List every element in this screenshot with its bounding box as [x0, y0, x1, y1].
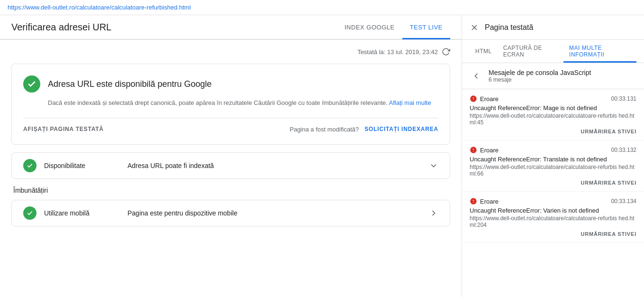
availability-row[interactable]: Disponibilitate Adresa URL poate fi inde…	[11, 152, 450, 179]
success-description: Dacă este indexată și selectată drept ca…	[48, 98, 438, 108]
error-item-1: Eroare 00:33.131 Uncaught ReferenceError…	[462, 89, 644, 140]
success-title: Adresa URL este disponibilă pentru Googl…	[48, 79, 212, 89]
console-title: Mesajele de pe consola JavaScript	[489, 69, 591, 76]
error-header-2: Eroare 00:33.132	[470, 146, 636, 154]
error-message-3: Uncaught ReferenceError: Varien is not d…	[470, 207, 636, 214]
refresh-icon[interactable]	[442, 47, 450, 56]
success-header: Adresa URL este disponibilă pentru Googl…	[23, 75, 438, 93]
tab-test-live[interactable]: TEST LIVE	[402, 15, 450, 39]
show-page-button[interactable]: AFIȘAȚI PAGINA TESTATĂ	[23, 126, 104, 132]
mobile-value: Pagina este pentru dispozitive mobile	[127, 209, 421, 217]
error-header-3: Eroare 00:33.134	[470, 197, 636, 205]
mobile-row[interactable]: Utilizare mobilă Pagina este pentru disp…	[11, 200, 450, 226]
success-actions: AFIȘAȚI PAGINA TESTATĂ Pagina a fost mod…	[23, 118, 438, 133]
messages-list: Eroare 00:33.131 Uncaught ReferenceError…	[462, 89, 644, 297]
error-url-1: https://www.dell-outlet.ro/calculatoare/…	[470, 112, 636, 126]
tab-index-google[interactable]: INDEX GOOGLE	[337, 15, 402, 39]
learn-more-link[interactable]: Aflați mai multe	[389, 99, 431, 106]
error-circle-icon-3	[470, 197, 477, 205]
right-panel-title: Pagina testată	[485, 23, 533, 32]
error-type-1: Eroare	[470, 95, 499, 103]
console-title-group: Mesajele de pe consola JavaScript 6 mesa…	[489, 69, 591, 83]
mobile-chevron-icon	[429, 208, 438, 218]
availability-check-icon	[23, 159, 36, 172]
error-url-3: https://www.dell-outlet.ro/calculatoare/…	[470, 215, 636, 228]
stack-trace-btn-1[interactable]: URMĂRIREA STIVEI	[470, 129, 636, 134]
right-header-left: Pagina testată	[470, 23, 533, 32]
right-tab-bar: HTML CAPTURĂ DE ECRAN MAI MULTE INFORMAȚ…	[462, 40, 644, 63]
url-text: https://www.dell-outlet.ro/calculatoare/…	[8, 4, 191, 11]
error-item-2: Eroare 00:33.132 Uncaught ReferenceError…	[462, 140, 644, 192]
modified-section: Pagina a fost modificată? SOLICITAȚI IND…	[290, 126, 438, 133]
success-card: Adresa URL este disponibilă pentru Googl…	[11, 64, 450, 145]
mobile-label: Utilizare mobilă	[44, 209, 120, 217]
svg-point-10	[473, 100, 473, 100]
availability-chevron-icon	[429, 161, 438, 170]
tab-screenshot[interactable]: CAPTURĂ DE ECRAN	[498, 40, 563, 63]
left-content: Testată la: 13 iul. 2019, 23:42	[0, 40, 462, 297]
close-icon[interactable]	[470, 23, 479, 32]
right-panel: Pagina testată HTML CAPTURĂ DE ECRAN MAI…	[462, 15, 644, 297]
error-header-1: Eroare 00:33.131	[470, 95, 636, 103]
tab-bar: INDEX GOOGLE TEST LIVE	[337, 15, 450, 39]
error-message-1: Uncaught ReferenceError: Mage is not def…	[470, 104, 636, 112]
availability-label: Disponibilitate	[44, 162, 120, 169]
error-circle-icon-2	[470, 146, 477, 154]
modified-question: Pagina a fost modificată?	[290, 126, 359, 133]
tested-at-row: Testată la: 13 iul. 2019, 23:42	[11, 47, 450, 56]
svg-point-13	[473, 151, 473, 151]
error-type-2: Eroare	[470, 146, 499, 154]
left-header: Verificarea adresei URL INDEX GOOGLE TES…	[0, 15, 462, 40]
error-time-2: 00:33.132	[611, 147, 636, 153]
url-bar: https://www.dell-outlet.ro/calculatoare/…	[0, 0, 644, 15]
mobile-check-icon	[23, 206, 36, 220]
tab-html[interactable]: HTML	[470, 40, 498, 63]
request-indexing-button[interactable]: SOLICITAȚI INDEXAREA	[364, 126, 438, 132]
error-url-2: https://www.dell-outlet.ro/calculatoare/…	[470, 164, 636, 177]
success-check-icon	[23, 75, 40, 93]
tab-more-info[interactable]: MAI MULTE INFORMAȚII	[563, 40, 636, 63]
console-header: Mesajele de pe consola JavaScript 6 mesa…	[462, 63, 644, 89]
error-time-1: 00:33.131	[611, 95, 636, 102]
error-type-3: Eroare	[470, 197, 499, 205]
error-time-3: 00:33.134	[611, 198, 636, 205]
availability-value: Adresa URL poate fi indexată	[127, 162, 421, 169]
error-circle-icon-1	[470, 95, 477, 103]
error-item-3: Eroare 00:33.134 Uncaught ReferenceError…	[462, 192, 644, 243]
page-title: Verificarea adresei URL	[11, 22, 111, 33]
console-subtitle: 6 mesaje	[489, 76, 591, 83]
back-button[interactable]	[470, 69, 483, 83]
svg-point-16	[473, 202, 473, 203]
error-message-2: Uncaught ReferenceError: Translate is no…	[470, 156, 636, 163]
right-header: Pagina testată	[462, 15, 644, 40]
stack-trace-btn-2[interactable]: URMĂRIREA STIVEI	[470, 180, 636, 186]
stack-trace-btn-3[interactable]: URMĂRIREA STIVEI	[470, 231, 636, 237]
improvements-label: Îmbunătățiri	[11, 187, 450, 194]
left-panel: Verificarea adresei URL INDEX GOOGLE TES…	[0, 15, 462, 297]
tested-at-text: Testată la: 13 iul. 2019, 23:42	[357, 48, 438, 56]
